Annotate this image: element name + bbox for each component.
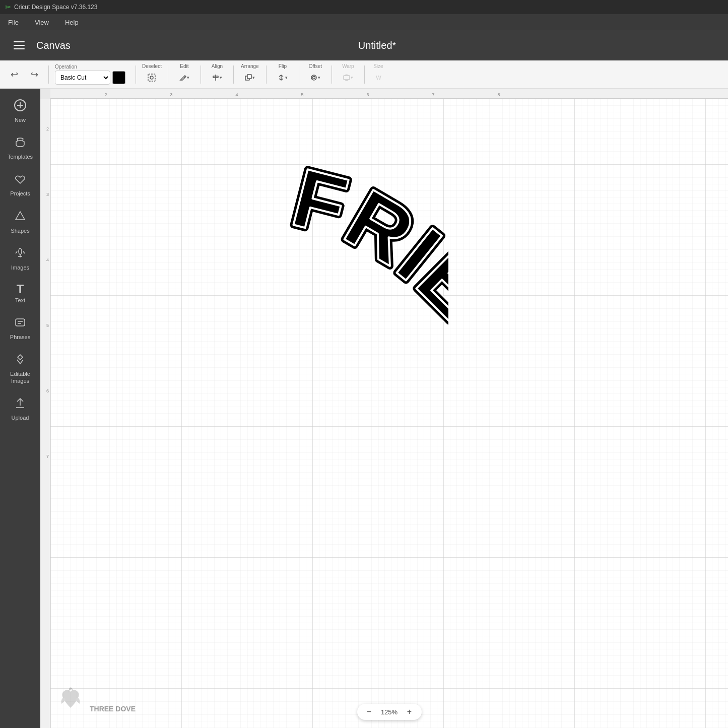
align-group: Align ▾ <box>207 63 227 85</box>
flip-label: Flip <box>279 63 287 69</box>
arrange-button[interactable]: ▾ <box>240 70 260 85</box>
sidebar-label-editable-images: Editable Images <box>5 371 36 384</box>
edit-controls: ▾ <box>174 70 194 85</box>
projects-icon <box>14 172 27 188</box>
align-label: Align <box>212 63 223 69</box>
svg-text:FRIEND: FRIEND <box>96 164 448 325</box>
offset-controls: ▾ <box>305 70 325 85</box>
menu-view[interactable]: View <box>32 17 52 28</box>
operation-select-row: Basic Cut Draw Score Print then Cut <box>55 71 125 85</box>
svg-point-6 <box>311 75 316 80</box>
toolbar-separator <box>48 65 49 84</box>
offset-chevron: ▾ <box>318 75 320 80</box>
hamburger-line <box>14 48 25 49</box>
content-area: New Templates Projects <box>0 89 728 728</box>
sidebar-label-shapes: Shapes <box>11 228 29 234</box>
zoom-out-button[interactable]: − <box>363 706 375 718</box>
sidebar-item-editable-images[interactable]: Editable Images <box>3 348 38 389</box>
watermark: THREE DOVE <box>55 683 136 713</box>
arrange-group: Arrange ▾ <box>240 63 260 85</box>
warp-group: Warp ▾ <box>338 63 358 85</box>
flip-button[interactable]: ▾ <box>273 70 293 85</box>
zoom-level: 125% <box>379 708 400 716</box>
offset-label: Offset <box>309 63 322 69</box>
svg-point-1 <box>150 76 153 79</box>
deselect-controls <box>144 70 159 85</box>
ruler-mark: 7 <box>46 454 49 459</box>
arrange-label: Arrange <box>241 63 259 69</box>
flip-chevron: ▾ <box>285 75 288 80</box>
sidebar-item-new[interactable]: New <box>3 94 38 128</box>
ruler-mark: 3 <box>170 92 172 97</box>
hamburger-line <box>14 41 25 42</box>
sidebar-label-phrases: Phrases <box>10 334 30 341</box>
sidebar-item-shapes[interactable]: Shapes <box>3 205 38 239</box>
ruler-mark: 5 <box>301 92 303 97</box>
sidebar-item-phrases[interactable]: Phrases <box>3 311 38 346</box>
sidebar-label-images: Images <box>11 264 29 271</box>
hamburger-line <box>14 45 25 46</box>
zoom-in-button[interactable]: + <box>404 706 416 718</box>
app-icon: ✂ <box>5 3 11 11</box>
warp-controls: ▾ <box>338 70 358 85</box>
arrange-chevron: ▾ <box>252 75 255 80</box>
align-button[interactable]: ▾ <box>207 70 227 85</box>
edit-button[interactable]: ▾ <box>174 70 194 85</box>
size-button: W <box>371 70 386 85</box>
deselect-group: Deselect <box>142 63 162 85</box>
menu-help[interactable]: Help <box>62 17 82 28</box>
redo-button[interactable]: ↪ <box>26 67 42 83</box>
align-chevron: ▾ <box>220 75 222 80</box>
sidebar-item-text[interactable]: T Text <box>3 278 38 309</box>
menu-file[interactable]: File <box>5 17 22 28</box>
phrases-icon <box>14 316 27 332</box>
offset-button[interactable]: ▾ <box>305 70 325 85</box>
left-sidebar: New Templates Projects <box>0 89 40 728</box>
ruler-left: 2 3 4 5 6 7 <box>40 99 50 728</box>
flip-group: Flip ▾ <box>273 63 293 85</box>
ruler-mark: 8 <box>497 92 500 97</box>
toolbar-separator <box>168 65 168 84</box>
sidebar-item-templates[interactable]: Templates <box>3 130 38 165</box>
deselect-button[interactable] <box>144 70 159 85</box>
svg-line-18 <box>16 251 17 253</box>
canvas-label: Canvas <box>36 40 263 51</box>
ruler-mark: 5 <box>46 323 49 328</box>
app-title: Cricut Design Space v7.36.123 <box>14 4 97 11</box>
sidebar-label-upload: Upload <box>12 415 29 421</box>
ruler-mark: 2 <box>46 126 49 131</box>
title-bar: ✂ Cricut Design Space v7.36.123 <box>0 0 728 14</box>
ruler-mark: 7 <box>432 92 434 97</box>
toolbar-separator <box>201 65 201 84</box>
toolbar-separator <box>266 65 267 84</box>
operation-label: Operation <box>55 64 125 70</box>
main-header: Canvas Untitled* <box>0 30 728 60</box>
warp-label: Warp <box>342 63 354 69</box>
sidebar-label-new: New <box>15 117 26 123</box>
svg-line-19 <box>23 251 25 253</box>
hamburger-button[interactable] <box>10 36 28 54</box>
document-title: Untitled* <box>263 40 491 51</box>
new-icon <box>14 99 27 115</box>
warp-button: ▾ <box>338 70 358 85</box>
svg-point-7 <box>313 77 315 79</box>
toolbar-separator <box>233 65 234 84</box>
warp-chevron: ▾ <box>351 75 353 80</box>
toolbar: ↩ ↪ Operation Basic Cut Draw Score Print… <box>0 60 728 89</box>
grid-canvas[interactable]: FRIEND FRIEND FRIEND <box>50 99 728 728</box>
zoom-controls: − 125% + <box>357 704 422 720</box>
deselect-label: Deselect <box>142 63 162 69</box>
svg-rect-0 <box>148 74 155 81</box>
ruler-top: 2 3 4 5 6 7 8 <box>50 89 728 99</box>
canvas-area[interactable]: 2 3 4 5 6 7 8 2 3 4 5 6 7 <box>40 89 728 728</box>
color-swatch[interactable] <box>112 71 125 84</box>
sidebar-item-projects[interactable]: Projects <box>3 167 38 202</box>
ruler-mark: 2 <box>104 92 107 97</box>
undo-button[interactable]: ↩ <box>6 67 22 83</box>
ruler-mark: 4 <box>46 257 49 262</box>
friend-design[interactable]: FRIEND FRIEND FRIEND <box>96 164 448 325</box>
svg-point-15 <box>19 248 22 254</box>
operation-select[interactable]: Basic Cut Draw Score Print then Cut <box>55 71 110 85</box>
sidebar-item-images[interactable]: Images <box>3 241 38 276</box>
sidebar-item-upload[interactable]: Upload <box>3 391 38 426</box>
